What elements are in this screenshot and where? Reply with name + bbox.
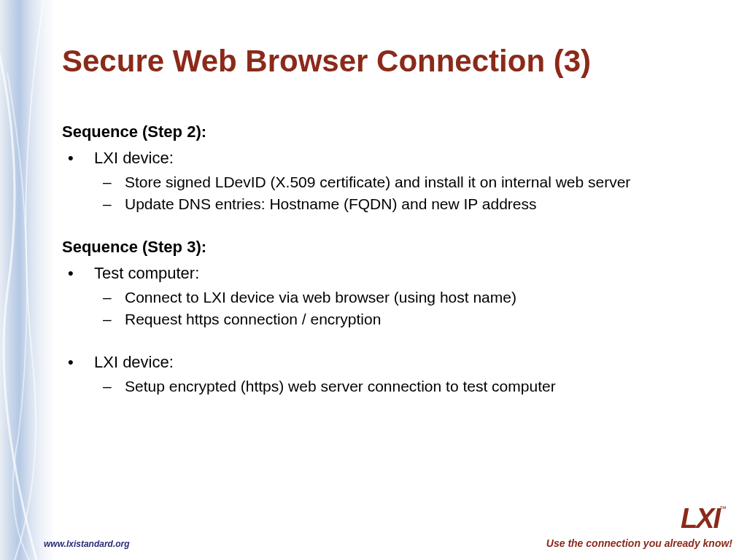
dash-marker: – xyxy=(103,311,125,328)
sub-bullet: – Request https connection / encryption xyxy=(62,311,718,328)
section-step2: Sequence (Step 2): • LXI device: – Store… xyxy=(62,122,718,213)
bullet-marker: • xyxy=(68,353,94,372)
slide-content: Secure Web Browser Connection (3) Sequen… xyxy=(62,44,718,400)
slide-title: Secure Web Browser Connection (3) xyxy=(62,44,718,79)
bullet-marker: • xyxy=(68,149,94,168)
dash-marker: – xyxy=(103,195,125,213)
bullet-text: LXI device: xyxy=(94,353,174,372)
sub-bullet-text: Update DNS entries: Hostname (FQDN) and … xyxy=(125,195,537,213)
bullet-text: LXI device: xyxy=(94,149,174,168)
sub-bullet: – Setup encrypted (https) web server con… xyxy=(62,378,718,395)
section-heading: Sequence (Step 2): xyxy=(62,122,718,141)
dash-marker: – xyxy=(103,174,125,191)
lxi-logo: LXI™ xyxy=(681,505,727,532)
section-step3: Sequence (Step 3): • Test computer: – Co… xyxy=(62,238,718,395)
footer-url: www.lxistandard.org xyxy=(44,539,130,549)
bullet-marker: • xyxy=(68,264,94,283)
sub-bullet: – Connect to LXI device via web browser … xyxy=(62,289,718,306)
logo-text: LXI xyxy=(681,503,719,534)
sub-bullet-text: Store signed LDevID (X.509 certificate) … xyxy=(125,174,630,191)
footer-tagline: Use the connection you already know! xyxy=(546,537,732,549)
bullet-item: • LXI device: xyxy=(62,353,718,372)
dash-marker: – xyxy=(103,378,125,395)
sub-bullet-text: Connect to LXI device via web browser (u… xyxy=(125,289,516,306)
bullet-text: Test computer: xyxy=(94,264,199,283)
sub-bullet: – Store signed LDevID (X.509 certificate… xyxy=(62,174,718,191)
sub-bullet-text: Setup encrypted (https) web server conne… xyxy=(125,378,556,395)
sub-bullet: – Update DNS entries: Hostname (FQDN) an… xyxy=(62,195,718,213)
left-decoration xyxy=(0,0,55,560)
section-heading: Sequence (Step 3): xyxy=(62,238,718,257)
bullet-item: • LXI device: xyxy=(62,149,718,168)
sub-bullet-text: Request https connection / encryption xyxy=(125,311,381,328)
bullet-item: • Test computer: xyxy=(62,264,718,283)
dash-marker: – xyxy=(103,289,125,306)
logo-tm: ™ xyxy=(719,505,727,513)
